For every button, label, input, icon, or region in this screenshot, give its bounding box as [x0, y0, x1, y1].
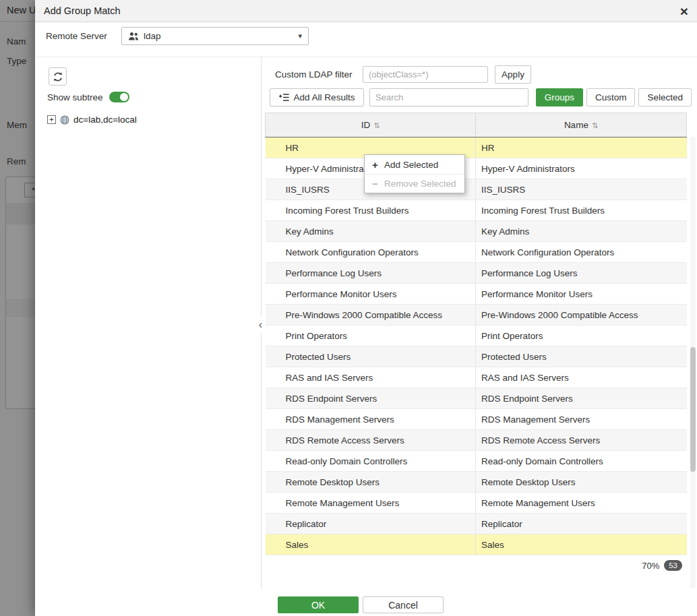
sort-icon: ⇅: [373, 121, 380, 129]
table-row[interactable]: RDS Management ServersRDS Management Ser…: [266, 409, 687, 430]
ldap-filter-input[interactable]: [363, 66, 488, 83]
cell-id[interactable]: Pre-Windows 2000 Compatible Access: [266, 305, 476, 326]
sort-icon: ⇅: [592, 121, 598, 129]
cell-name[interactable]: HR: [476, 137, 687, 158]
row-count-badge: 53: [664, 560, 682, 571]
column-label-id: ID: [361, 120, 371, 130]
context-menu: +Add Selected−Remove Selected: [364, 154, 465, 193]
cell-name[interactable]: Remote Desktop Users: [476, 472, 687, 493]
show-subtree-row: Show subtree: [47, 92, 129, 102]
table-row[interactable]: Remote Management UsersRemote Management…: [266, 493, 687, 514]
ok-button[interactable]: OK: [278, 596, 359, 613]
cell-name[interactable]: RDS Endpoint Servers: [476, 388, 687, 409]
column-header-name[interactable]: Name⇅: [476, 113, 687, 137]
menu-item-add-selected[interactable]: +Add Selected: [365, 155, 464, 174]
cell-id[interactable]: RDS Remote Access Servers: [266, 430, 476, 451]
cell-name[interactable]: Read-only Domain Controllers: [476, 451, 687, 472]
cell-name[interactable]: Performance Log Users: [476, 263, 687, 284]
table-row[interactable]: ReplicatorReplicator: [266, 514, 687, 534]
column-label-name: Name: [564, 120, 588, 130]
scrollbar-thumb[interactable]: [690, 347, 696, 472]
remote-server-select[interactable]: ldap ▾: [121, 27, 309, 45]
apply-button[interactable]: Apply: [495, 65, 531, 84]
table-row[interactable]: Remote Desktop UsersRemote Desktop Users: [266, 472, 687, 493]
cell-id[interactable]: Incoming Forest Trust Builders: [266, 200, 476, 221]
tree-node-label: dc=lab,dc=local: [73, 115, 137, 125]
cell-id[interactable]: RAS and IAS Servers: [266, 367, 476, 388]
table-row[interactable]: Protected UsersProtected Users: [266, 346, 687, 367]
table-row[interactable]: HRHR: [266, 137, 687, 158]
remote-server-value: ldap: [144, 31, 293, 41]
cell-name[interactable]: Incoming Forest Trust Builders: [476, 200, 687, 221]
remove-selected-icon: −: [371, 178, 379, 189]
table-row[interactable]: Performance Monitor UsersPerformance Mon…: [266, 284, 687, 305]
cancel-button[interactable]: Cancel: [363, 596, 444, 613]
table-row[interactable]: Read-only Domain ControllersRead-only Do…: [266, 451, 687, 472]
refresh-button[interactable]: [49, 67, 67, 86]
table-row[interactable]: Performance Log UsersPerformance Log Use…: [266, 263, 687, 284]
table-row[interactable]: Pre-Windows 2000 Compatible AccessPre-Wi…: [266, 305, 687, 326]
cell-id[interactable]: Print Operators: [266, 326, 476, 346]
tab-selected[interactable]: Selected: [638, 88, 692, 106]
cell-id[interactable]: RDS Endpoint Servers: [266, 388, 476, 409]
cell-id[interactable]: Replicator: [266, 514, 476, 534]
table-row[interactable]: Print OperatorsPrint Operators: [266, 326, 687, 346]
collapse-panel-chevron-icon[interactable]: ‹: [255, 317, 266, 333]
add-all-results-label: Add All Results: [294, 92, 355, 102]
caret-down-icon: ▾: [298, 32, 302, 40]
group-table-body: HRHRHyper-V AdministratorsHyper-V Admini…: [266, 137, 687, 555]
table-row[interactable]: Key AdminsKey Admins: [266, 221, 687, 242]
table-row[interactable]: RDS Endpoint ServersRDS Endpoint Servers: [266, 388, 687, 409]
cell-name[interactable]: Network Configuration Operators: [476, 242, 687, 263]
cell-id[interactable]: Performance Log Users: [266, 263, 476, 284]
add-all-results-button[interactable]: Add All Results: [270, 88, 364, 106]
show-subtree-toggle[interactable]: [109, 92, 129, 102]
cell-id[interactable]: Remote Management Users: [266, 493, 476, 514]
cell-name[interactable]: Sales: [476, 534, 687, 555]
close-icon[interactable]: ×: [680, 4, 688, 18]
refresh-icon: [53, 71, 63, 82]
ldap-users-icon: [128, 32, 139, 40]
cell-id[interactable]: Network Configuration Operators: [266, 242, 476, 263]
cell-id[interactable]: Key Admins: [266, 221, 476, 242]
cell-name[interactable]: Protected Users: [476, 346, 687, 367]
table-row[interactable]: RAS and IAS ServersRAS and IAS Servers: [266, 367, 687, 388]
cell-name[interactable]: Hyper-V Administrators: [476, 158, 687, 179]
cell-name[interactable]: Remote Management Users: [476, 493, 687, 514]
table-footer: 70% 53: [265, 555, 686, 576]
cell-id[interactable]: Sales: [266, 534, 476, 555]
search-input[interactable]: [369, 88, 528, 106]
table-row[interactable]: Network Configuration OperatorsNetwork C…: [266, 242, 687, 263]
remote-server-label: Remote Server: [46, 31, 121, 41]
table-row[interactable]: RDS Remote Access ServersRDS Remote Acce…: [266, 430, 687, 451]
cell-id[interactable]: Performance Monitor Users: [266, 284, 476, 305]
header-divider: [35, 57, 697, 57]
tree-node-root[interactable]: + dc=lab,dc=local: [47, 115, 137, 125]
cell-id[interactable]: RDS Management Servers: [266, 409, 476, 430]
tab-groups[interactable]: Groups: [536, 88, 583, 106]
cell-name[interactable]: Performance Monitor Users: [476, 284, 687, 305]
cell-id[interactable]: Remote Desktop Users: [266, 472, 476, 493]
table-row[interactable]: IIS_IUSRSIIS_IUSRS: [266, 179, 687, 200]
cell-name[interactable]: Print Operators: [476, 326, 687, 346]
table-row[interactable]: SalesSales: [266, 534, 687, 555]
cell-name[interactable]: Pre-Windows 2000 Compatible Access: [476, 305, 687, 326]
cell-name[interactable]: RDS Management Servers: [476, 409, 687, 430]
group-table: ID⇅ Name⇅ HRHRHyper-V AdministratorsHype…: [265, 113, 686, 576]
cell-id[interactable]: Protected Users: [266, 346, 476, 367]
cell-name[interactable]: RAS and IAS Servers: [476, 367, 687, 388]
column-header-id[interactable]: ID⇅: [266, 113, 476, 137]
dialog-title: Add Group Match: [44, 5, 121, 16]
menu-item-label: Add Selected: [384, 160, 438, 170]
cell-name[interactable]: RDS Remote Access Servers: [476, 430, 687, 451]
tab-custom[interactable]: Custom: [586, 88, 636, 106]
cell-name[interactable]: Replicator: [476, 514, 687, 534]
show-subtree-label: Show subtree: [47, 92, 103, 102]
cell-name[interactable]: Key Admins: [476, 221, 687, 242]
table-row[interactable]: Hyper-V AdministratorsHyper-V Administra…: [266, 158, 687, 179]
cell-name[interactable]: IIS_IUSRS: [476, 179, 687, 200]
expand-icon[interactable]: +: [47, 115, 56, 124]
cell-id[interactable]: Read-only Domain Controllers: [266, 451, 476, 472]
list-plus-icon: [279, 93, 289, 102]
table-row[interactable]: Incoming Forest Trust BuildersIncoming F…: [266, 200, 687, 221]
